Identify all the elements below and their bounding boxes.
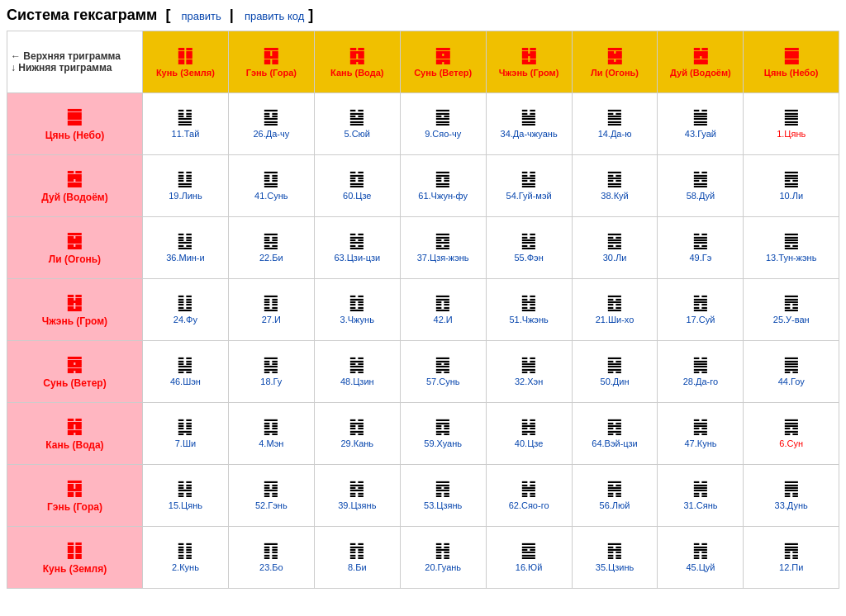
cell-6-2: ䷦39.Цзянь	[314, 465, 400, 527]
cell-3-6: ䷐17.Суй	[658, 279, 744, 341]
table-row: ䷳Гэнь (Гора)䷎15.Цянь䷳52.Гэнь䷦39.Цзянь䷴53…	[7, 465, 839, 527]
cell-7-3: ䷏20.Гуань	[400, 527, 486, 589]
cell-2-1: ䷕22.Би	[228, 217, 314, 279]
hexagram-table: ← Верхняя триграмма ↓ Нижняя триграмма ䷁…	[7, 31, 839, 589]
cell-2-2: ䷾63.Цзи-цзи	[314, 217, 400, 279]
cell-4-3: ䷸57.Сунь	[400, 341, 486, 403]
cell-3-0: ䷗24.Фу	[142, 279, 228, 341]
cell-4-2: ䷯48.Цзин	[314, 341, 400, 403]
side-label-3: ䷲Чжэнь (Гром)	[7, 279, 143, 341]
cell-1-4: ䷵54.Гуй-мэй	[486, 155, 572, 217]
cell-6-3: ䷴53.Цзянь	[400, 465, 486, 527]
cell-1-2: ䷻60.Цзе	[314, 155, 400, 217]
header-col-7: ䷀Цянь (Небо)	[744, 31, 839, 93]
table-row: ䷝Ли (Огонь)䷣36.Мин-и䷕22.Би䷾63.Цзи-цзи䷤37…	[7, 217, 839, 279]
cell-7-2: ䷇8.Би	[314, 527, 400, 589]
cell-4-0: ䷭46.Шэн	[142, 341, 228, 403]
header-col-5: ䷝Ли (Огонь)	[572, 31, 658, 93]
cell-4-4: ䷟32.Хэн	[486, 341, 572, 403]
cell-0-3: ䷈9.Сяо-чу	[400, 93, 486, 155]
cell-0-7: ䷀1.Цянь	[744, 93, 839, 155]
cell-2-6: ䷰49.Гэ	[658, 217, 744, 279]
header-col-6: ䷹Дуй (Водоём)	[658, 31, 744, 93]
table-row: ䷹Дуй (Водоём)䷒19.Линь䷨41.Сунь䷻60.Цзе䷼61.…	[7, 155, 839, 217]
cell-6-6: ䷞31.Сянь	[658, 465, 744, 527]
corner-label: ← Верхняя триграмма ↓ Нижняя триграмма	[7, 31, 143, 93]
cell-2-0: ䷣36.Мин-и	[142, 217, 228, 279]
cell-0-4: ䷡34.Да-чжуань	[486, 93, 572, 155]
cell-5-2: ䷜29.Кань	[314, 403, 400, 465]
cell-7-5: ䷢35.Цзинь	[572, 527, 658, 589]
header-col-2: ䷜Кань (Вода)	[314, 31, 400, 93]
cell-7-6: ䷬45.Цуй	[658, 527, 744, 589]
header-row: ← Верхняя триграмма ↓ Нижняя триграмма ䷁…	[7, 31, 839, 93]
cell-3-5: ䷔21.Ши-хо	[572, 279, 658, 341]
cell-2-4: ䷶55.Фэн	[486, 217, 572, 279]
table-row: ䷲Чжэнь (Гром)䷗24.Фу䷚27.И䷂3.Чжунь䷩42.И䷲51…	[7, 279, 839, 341]
cell-6-7: ䷠33.Дунь	[744, 465, 839, 527]
cell-1-0: ䷒19.Линь	[142, 155, 228, 217]
side-label-0: ䷀Цянь (Небо)	[7, 93, 143, 155]
cell-1-7: ䷉10.Ли	[744, 155, 839, 217]
side-label-7: ䷁Кунь (Земля)	[7, 527, 143, 589]
cell-5-1: ䷃4.Мэн	[228, 403, 314, 465]
cell-3-4: ䷲51.Чжэнь	[486, 279, 572, 341]
cell-5-0: ䷆7.Ши	[142, 403, 228, 465]
header-col-4: ䷲Чжэнь (Гром)	[486, 31, 572, 93]
cell-4-6: ䷛28.Да-го	[658, 341, 744, 403]
cell-4-1: ䷑18.Гу	[228, 341, 314, 403]
cell-3-2: ䷂3.Чжунь	[314, 279, 400, 341]
cell-3-1: ䷚27.И	[228, 279, 314, 341]
table-row: ䷸Сунь (Ветер)䷭46.Шэн䷑18.Гу䷯48.Цзин䷸57.Су…	[7, 341, 839, 403]
side-label-5: ䷜Кань (Вода)	[7, 403, 143, 465]
cell-4-7: ䷫44.Гоу	[744, 341, 839, 403]
table-row: ䷀Цянь (Небо)䷊11.Тай䷙26.Да-чу䷄5.Сюй䷈9.Сяо…	[7, 93, 839, 155]
table-row: ䷜Кань (Вода)䷆7.Ши䷃4.Мэн䷜29.Кань䷺59.Хуань…	[7, 403, 839, 465]
cell-0-0: ䷊11.Тай	[142, 93, 228, 155]
cell-5-4: ䷧40.Цзе	[486, 403, 572, 465]
cell-2-5: ䷝30.Ли	[572, 217, 658, 279]
cell-7-1: ䷖23.Бо	[228, 527, 314, 589]
cell-1-5: ䷥38.Куй	[572, 155, 658, 217]
side-label-6: ䷳Гэнь (Гора)	[7, 465, 143, 527]
cell-5-5: ䷿64.Вэй-цзи	[572, 403, 658, 465]
cell-1-1: ䷨41.Сунь	[228, 155, 314, 217]
table-row: ䷁Кунь (Земля)䷁2.Кунь䷖23.Бо䷇8.Би䷏20.Гуань…	[7, 527, 839, 589]
cell-5-3: ䷺59.Хуань	[400, 403, 486, 465]
cell-3-7: ䷘25.У-ван	[744, 279, 839, 341]
cell-7-0: ䷁2.Кунь	[142, 527, 228, 589]
cell-7-4: ䷈16.Юй	[486, 527, 572, 589]
header-col-1: ䷳Гэнь (Гора)	[228, 31, 314, 93]
side-label-4: ䷸Сунь (Ветер)	[7, 341, 143, 403]
header-col-0: ䷁Кунь (Земля)	[142, 31, 228, 93]
edit-link-2[interactable]: править код	[245, 10, 304, 22]
cell-2-3: ䷤37.Цзя-жэнь	[400, 217, 486, 279]
cell-4-5: ䷱50.Дин	[572, 341, 658, 403]
header-col-3: ䷸Сунь (Ветер)	[400, 31, 486, 93]
cell-3-3: ䷩42.И	[400, 279, 486, 341]
cell-5-7: ䷅6.Сун	[744, 403, 839, 465]
cell-0-2: ䷄5.Сюй	[314, 93, 400, 155]
cell-6-0: ䷎15.Цянь	[142, 465, 228, 527]
cell-5-6: ䷮47.Кунь	[658, 403, 744, 465]
cell-6-1: ䷳52.Гэнь	[228, 465, 314, 527]
side-label-1: ䷹Дуй (Водоём)	[7, 155, 143, 217]
cell-6-4: ䷽62.Сяо-го	[486, 465, 572, 527]
cell-2-7: ䷌13.Тун-жэнь	[744, 217, 839, 279]
cell-6-5: ䷷56.Люй	[572, 465, 658, 527]
cell-0-6: ䷪43.Гуай	[658, 93, 744, 155]
cell-1-3: ䷼61.Чжун-фу	[400, 155, 486, 217]
cell-1-6: ䷹58.Дуй	[658, 155, 744, 217]
cell-0-1: ䷙26.Да-чу	[228, 93, 314, 155]
cell-0-5: ䷍14.Да-ю	[572, 93, 658, 155]
side-label-2: ䷝Ли (Огонь)	[7, 217, 143, 279]
cell-7-7: ䷋12.Пи	[744, 527, 839, 589]
edit-link-1[interactable]: править	[181, 10, 221, 22]
page-title: Система гексаграмм [ править | править к…	[7, 7, 839, 24]
